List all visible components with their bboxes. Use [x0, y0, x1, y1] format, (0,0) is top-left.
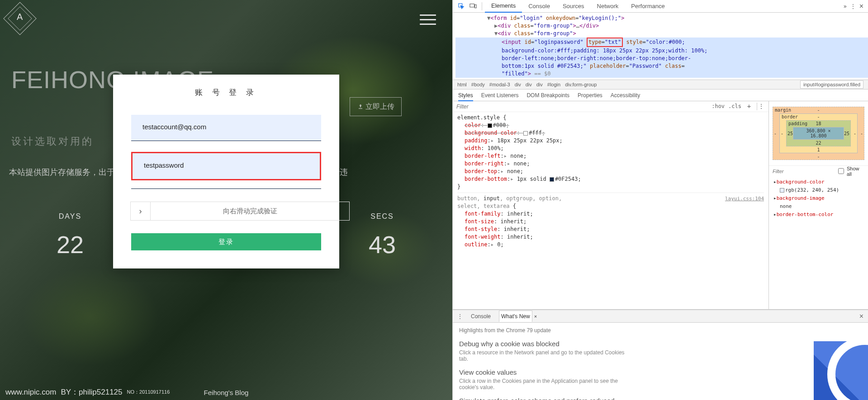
- logo-letter: A: [17, 12, 23, 22]
- wn-item-0-desc: Click a resource in the Network panel an…: [459, 349, 631, 362]
- crumb-login[interactable]: #login: [547, 82, 560, 87]
- styles-tabs: Styles Event Listeners DOM Breakpoints P…: [453, 89, 868, 101]
- dom-tree[interactable]: ▼<form id="login" onkeydown="keyLogin();…: [453, 13, 868, 80]
- hov-toggle[interactable]: :hov: [711, 103, 725, 110]
- device-toggle-icon[interactable]: [467, 1, 479, 12]
- crumb-html[interactable]: html: [457, 82, 467, 87]
- show-all-label: Show all: [847, 166, 864, 177]
- crumb-div1[interactable]: div: [515, 82, 521, 87]
- wn-item-1-title[interactable]: View cookie values: [459, 368, 862, 376]
- tab-network[interactable]: Network: [591, 0, 625, 12]
- password-input[interactable]: [133, 153, 320, 179]
- email-input[interactable]: [131, 115, 321, 141]
- tab-elements[interactable]: Elements: [485, 0, 522, 13]
- computed-filter-input[interactable]: [773, 169, 835, 174]
- login-modal: 账 号 登 录 › 向右滑动完成验证 登录: [113, 75, 339, 268]
- styles-filter-input[interactable]: [456, 104, 708, 110]
- password-highlight-box: [131, 152, 321, 180]
- styles-rules-pane[interactable]: :hov .cls + ⋮ element.style { color: #00…: [453, 101, 768, 309]
- crumb-input[interactable]: input#loginpassword.filled: [800, 80, 863, 89]
- drawer-close-icon[interactable]: ×: [859, 312, 863, 320]
- slider-track-label: 向右滑动完成验证: [151, 202, 349, 220]
- slider-handle[interactable]: ›: [131, 202, 151, 220]
- svg-rect-1: [470, 4, 474, 7]
- tab-event-listeners[interactable]: Event Listeners: [481, 92, 519, 99]
- password-underline: [131, 188, 321, 189]
- dom-breadcrumb: html #body #modal-3 div div div #login d…: [453, 80, 868, 89]
- upload-button-label: 立即上传: [365, 102, 394, 112]
- watermark: www.nipic.com BY：philip521125 NO：2011091…: [5, 387, 170, 397]
- tab-accessibility[interactable]: Accessibility: [611, 92, 640, 99]
- tab-performance[interactable]: Performance: [625, 0, 671, 12]
- whatsnew-body[interactable]: Highlights from the Chrome 79 update Deb…: [453, 323, 868, 400]
- tab-properties[interactable]: Properties: [578, 92, 602, 99]
- modal-title: 账 号 登 录: [131, 87, 321, 98]
- upload-icon: [357, 104, 364, 110]
- drawer-tab-whatsnew[interactable]: What's New: [499, 311, 532, 322]
- crumb-body[interactable]: #body: [471, 82, 485, 87]
- counter-secs: SECS43: [369, 212, 396, 259]
- chevron-right-icon: ›: [139, 207, 142, 216]
- cls-toggle[interactable]: .cls: [728, 103, 741, 110]
- box-model-content: 360.800 × 16.800: [793, 127, 844, 140]
- devtools-close-icon[interactable]: ×: [859, 2, 863, 10]
- webpage-area: A FEIHONG IMAGE 设计选取对用的 本站提供图片存储服务，出于安 张…: [0, 0, 452, 400]
- drawer-menu-icon[interactable]: ⋮: [457, 313, 463, 320]
- footer-blog-link[interactable]: Feihong's Blog: [204, 389, 249, 396]
- upload-button[interactable]: 立即上传: [350, 97, 402, 116]
- crumb-div2[interactable]: div: [526, 82, 532, 87]
- wn-item-1-desc: Click a row in the Cookies pane in the A…: [459, 378, 631, 391]
- more-tabs-icon[interactable]: »: [844, 3, 847, 9]
- new-rule-button[interactable]: +: [745, 103, 753, 110]
- dom-selected-node[interactable]: <input id="loginpassword" type="txt" sty…: [455, 38, 868, 78]
- rule-source-link[interactable]: layui.css:104: [725, 195, 764, 202]
- computed-pane: margin---- border--1- padding18252225 36…: [768, 101, 868, 309]
- show-all-checkbox[interactable]: [838, 168, 844, 174]
- close-tab-icon[interactable]: ×: [534, 314, 537, 319]
- wn-headline: Highlights from the Chrome 79 update: [459, 327, 862, 334]
- watermark-site: www.nipic.com: [5, 388, 56, 397]
- styles-more-icon[interactable]: ⋮: [757, 103, 765, 110]
- slider-verify: › 向右滑动完成验证: [130, 202, 350, 221]
- tab-dom-breakpoints[interactable]: DOM Breakpoints: [526, 92, 569, 99]
- watermark-by: BY：philip521125: [61, 387, 122, 397]
- console-drawer: ⋮ Console What's New × × Highlights from…: [453, 310, 868, 400]
- wn-item-2-title[interactable]: Simulate prefers-color-scheme and prefer…: [459, 397, 862, 400]
- crumb-formgroup[interactable]: div.form-group: [565, 82, 597, 87]
- devtools-toolbar: Elements Console Sources Network Perform…: [453, 0, 868, 13]
- tab-console[interactable]: Console: [522, 0, 556, 12]
- watermark-no: NO：20110917116: [127, 389, 170, 395]
- counter-days: DAYS22: [57, 212, 84, 259]
- devtools-menu-icon[interactable]: ⋮: [850, 3, 856, 9]
- crumb-modal[interactable]: #modal-3: [489, 82, 510, 87]
- login-submit-button[interactable]: 登录: [131, 233, 321, 250]
- devtools-panel: Elements Console Sources Network Perform…: [452, 0, 868, 400]
- tab-sources[interactable]: Sources: [556, 0, 591, 12]
- inspect-icon[interactable]: [455, 1, 467, 12]
- drawer-tab-console[interactable]: Console: [469, 311, 493, 322]
- crumb-div3[interactable]: div: [536, 82, 543, 87]
- whatsnew-art: [814, 341, 868, 400]
- box-model[interactable]: margin---- border--1- padding18252225 36…: [769, 101, 868, 165]
- svg-rect-2: [475, 5, 477, 8]
- menu-icon[interactable]: [420, 14, 436, 28]
- page-subtitle: 设计选取对用的: [11, 135, 94, 148]
- wn-item-0-title[interactable]: Debug why a cookie was blocked: [459, 340, 862, 348]
- tab-styles[interactable]: Styles: [458, 92, 473, 101]
